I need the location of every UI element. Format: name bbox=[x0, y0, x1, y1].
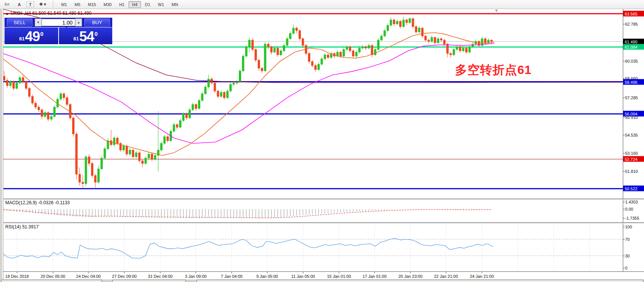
time-axis-label: 24 Dec 04:00 bbox=[76, 274, 101, 279]
time-axis-label: 20 Jan 23:00 bbox=[398, 274, 423, 279]
price-level-badge: 52.724 bbox=[623, 156, 644, 162]
window-left-edge bbox=[0, 9, 3, 282]
chart-title: ▲UKOil-,H4 61.500 61.540 61.480 61.490 bbox=[5, 11, 91, 16]
volume-stepper: ▼ 1.00 ▲ bbox=[35, 19, 82, 26]
fibonacci-grid-icon[interactable]: ⠿F bbox=[2, 1, 12, 8]
volume-increase-button[interactable]: ▲ bbox=[75, 18, 82, 26]
toolbar: ⠿F A T ✥ ▾ M1 M5 M15 M30 H1 H4 D1 W1 MN bbox=[0, 0, 644, 9]
chart-shift-marker-icon[interactable]: ▼ bbox=[494, 8, 498, 13]
buy-price-display[interactable]: 61 54 0 bbox=[59, 28, 113, 44]
time-axis-label: 7 Jan 04:00 bbox=[221, 274, 243, 279]
pane-separator-rsi[interactable] bbox=[3, 222, 644, 223]
price-level-badge: 61.490 bbox=[623, 39, 644, 45]
price-level-badge: 58.496 bbox=[623, 79, 644, 85]
chart-tab-edge[interactable] bbox=[197, 280, 643, 282]
price-tick-label: 62.785 bbox=[625, 22, 638, 26]
time-axis-label: 20 Dec 05:00 bbox=[40, 274, 65, 279]
time-axis-label: 24 Jan 21:00 bbox=[470, 274, 494, 279]
buy-price-head: 61 bbox=[73, 36, 79, 42]
collapse-icon[interactable]: ▲ bbox=[5, 12, 9, 15]
macd-label: MACD(12,26,9) -0.0326 -0.1133 bbox=[5, 200, 70, 205]
price-level-badge: 56.094 bbox=[623, 111, 644, 117]
buy-button[interactable]: BUY bbox=[84, 18, 110, 26]
macd-scale-label: 0.00 bbox=[625, 207, 633, 211]
toolbar-separator bbox=[53, 1, 55, 8]
arrow-objects-icon[interactable]: ✥ ▾ bbox=[36, 1, 49, 8]
chart-text-annotation[interactable]: 多空转折点61 bbox=[455, 62, 532, 79]
sell-button[interactable]: SELL bbox=[7, 18, 33, 26]
price-tick-label: 51.810 bbox=[625, 169, 638, 174]
sell-price-display[interactable]: 61 49 0 bbox=[5, 28, 58, 44]
tab-timeframe-mn[interactable]: MN bbox=[168, 1, 181, 8]
tab-timeframe-d1[interactable]: D1 bbox=[142, 1, 154, 8]
time-axis-label: 17 Jan 01:00 bbox=[362, 274, 387, 279]
text-box-icon[interactable]: T bbox=[26, 1, 34, 8]
rsi-scale-label: 100 bbox=[625, 225, 632, 229]
text-label-icon[interactable]: A bbox=[14, 1, 24, 8]
tab-timeframe-h4[interactable]: H4 bbox=[128, 1, 141, 8]
chart-tabs-strip[interactable] bbox=[0, 279, 644, 282]
pane-separator-macd[interactable] bbox=[3, 199, 644, 200]
tab-timeframe-h1[interactable]: H1 bbox=[116, 1, 128, 8]
price-tick-label: 57.285 bbox=[625, 96, 638, 100]
price-level-badge: 63.565 bbox=[623, 11, 644, 17]
tab-timeframe-m30[interactable]: M30 bbox=[100, 1, 115, 8]
time-axis-label: 22 Jan 21:00 bbox=[434, 274, 458, 279]
rsi-scale-label: 0 bbox=[625, 266, 627, 270]
chart-tab-edge[interactable] bbox=[1, 280, 102, 282]
time-axis-label: 9 Jan 05:00 bbox=[256, 274, 278, 279]
macd-scale-label: 1.4303 bbox=[625, 200, 638, 204]
rsi-scale-label: 30 bbox=[625, 254, 630, 258]
time-axis-label: 27 Dec 09:00 bbox=[112, 274, 136, 279]
time-axis-label: 11 Jan 05:00 bbox=[291, 274, 315, 279]
sell-price-big: 49 bbox=[25, 30, 40, 43]
chart-tab-edge[interactable] bbox=[112, 280, 186, 282]
time-axis-label: 18 Dec 2018 bbox=[5, 274, 29, 279]
volume-input[interactable]: 1.00 bbox=[42, 19, 75, 26]
trade-panel-top-row: SELL ▼ 1.00 ▲ BUY bbox=[5, 18, 112, 27]
time-axis-border bbox=[3, 271, 644, 272]
price-tick-label: 53.160 bbox=[625, 151, 638, 156]
price-level-badge: 61.084 bbox=[623, 44, 644, 50]
macd-scale-label: -1.7355 bbox=[625, 216, 639, 220]
rsi-scale-label: 70 bbox=[625, 237, 630, 242]
time-axis-label: 15 Jan 01:00 bbox=[327, 274, 351, 279]
one-click-trading-panel: SELL ▼ 1.00 ▲ BUY 61 49 0 61 54 0 bbox=[5, 18, 112, 44]
buy-price-pip: 0 bbox=[94, 31, 98, 37]
price-tick-label: 60.035 bbox=[625, 59, 638, 63]
time-axis-label: 3 Jan 09:00 bbox=[185, 274, 207, 279]
tab-timeframe-w1[interactable]: W1 bbox=[155, 1, 168, 8]
tab-timeframe-m15[interactable]: M15 bbox=[85, 1, 99, 8]
buy-price-big: 54 bbox=[79, 30, 94, 43]
volume-decrease-button[interactable]: ▼ bbox=[35, 18, 42, 26]
time-axis-label: 31 Dec 04:00 bbox=[148, 274, 172, 279]
tab-timeframe-m1[interactable]: M1 bbox=[58, 1, 70, 8]
price-tick-label: 54.535 bbox=[625, 133, 638, 137]
rsi-label: RSI(14) 51.3917 bbox=[5, 224, 39, 230]
price-level-badge: 50.522 bbox=[623, 186, 644, 191]
sell-price-head: 61 bbox=[19, 36, 25, 42]
sell-price-pip: 0 bbox=[40, 31, 43, 37]
tab-timeframe-m5[interactable]: M5 bbox=[71, 1, 84, 8]
